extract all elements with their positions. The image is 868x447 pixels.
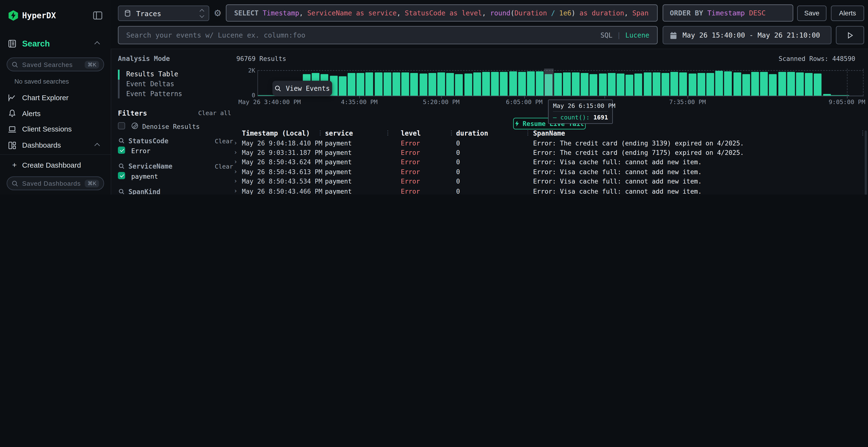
search-icon[interactable]: [118, 138, 124, 144]
source-settings-gear-icon[interactable]: ⚙: [214, 8, 222, 18]
row-expand-chevron-icon[interactable]: ›: [234, 148, 238, 156]
sidebar-item-dashboards[interactable]: Dashboards: [22, 141, 61, 149]
chart-bar[interactable]: [348, 73, 355, 95]
chart-bar[interactable]: [608, 73, 615, 95]
chart-bar[interactable]: [679, 72, 687, 95]
chart-bar[interactable]: [724, 72, 732, 95]
chart-bar[interactable]: [572, 72, 580, 95]
view-events-button[interactable]: View Events: [273, 81, 332, 96]
chart-bar[interactable]: [599, 73, 607, 95]
col-header-timestamp[interactable]: Timestamp (Local): [242, 129, 310, 137]
chart-bar[interactable]: [707, 73, 714, 95]
chart-bar[interactable]: [787, 72, 795, 96]
run-query-button[interactable]: [836, 26, 864, 44]
chart-bar[interactable]: [733, 72, 741, 95]
column-resize-handle[interactable]: ⋮: [448, 129, 455, 137]
chart-bar[interactable]: [805, 73, 813, 95]
chart-bar[interactable]: [554, 73, 562, 95]
table-row[interactable]: ›May 26 8:50:43.534 PMpaymentError0Error…: [230, 177, 865, 186]
sidebar-item-chart-explorer[interactable]: Chart Explorer: [22, 94, 68, 102]
chart-bar[interactable]: [617, 74, 624, 96]
chart-bar[interactable]: [590, 74, 597, 96]
statuscode-error-checkbox[interactable]: [118, 146, 125, 153]
statuscode-error-label[interactable]: Error: [131, 147, 150, 155]
denoise-checkbox[interactable]: [118, 122, 125, 129]
chart-bar[interactable]: [536, 71, 544, 95]
chart-bar[interactable]: [374, 72, 382, 96]
chart-bar[interactable]: [751, 72, 759, 96]
chart-bar[interactable]: [652, 72, 660, 95]
chart-bar[interactable]: [563, 72, 570, 95]
chart-bar[interactable]: [527, 72, 535, 95]
chart-bar[interactable]: [464, 74, 472, 96]
chart-bar[interactable]: [437, 73, 445, 96]
col-header-level[interactable]: level: [401, 129, 421, 137]
dashboards-collapse-chevron-icon[interactable]: [94, 143, 100, 148]
chart-bar[interactable]: [455, 74, 463, 95]
search-collapse-chevron-icon[interactable]: [94, 41, 100, 47]
time-range-picker[interactable]: May 26 15:40:00 - May 26 21:10:00: [662, 26, 831, 44]
row-expand-chevron-icon[interactable]: ›: [234, 158, 238, 166]
filter-group-spankind[interactable]: SpanKind: [128, 188, 161, 195]
search-icon[interactable]: [118, 188, 124, 195]
tab-event-deltas[interactable]: Event Deltas: [126, 80, 174, 88]
chart-bar[interactable]: [500, 72, 508, 96]
mode-lucene-toggle[interactable]: Lucene: [625, 31, 650, 39]
column-resize-handle[interactable]: ⋮: [317, 129, 323, 137]
chart-bar[interactable]: [823, 94, 831, 95]
col-header-service[interactable]: service: [325, 129, 353, 137]
sql-select-input[interactable]: SELECT Timestamp, ServiceName as service…: [226, 4, 658, 22]
saved-dashboards-input[interactable]: Saved Dashboards ⌘K: [7, 176, 104, 190]
filter-group-servicename[interactable]: ServiceName: [128, 163, 173, 170]
chart-bar[interactable]: [356, 73, 364, 95]
chart-bar[interactable]: [581, 73, 589, 95]
clear-all-link[interactable]: Clear all: [198, 110, 231, 117]
chart-bar[interactable]: [715, 71, 723, 95]
chart-bar[interactable]: [644, 72, 651, 96]
row-expand-chevron-icon[interactable]: ›: [234, 177, 238, 185]
row-expand-chevron-icon[interactable]: ›: [234, 138, 238, 146]
sidebar-item-alerts[interactable]: Alerts: [22, 110, 40, 118]
chart-bar[interactable]: [626, 75, 633, 96]
table-row[interactable]: ›May 26 8:50:43.466 PMpaymentError0Error…: [230, 186, 865, 195]
chart-bar[interactable]: [393, 72, 400, 95]
chart-bar[interactable]: [473, 72, 481, 95]
saved-searches-input[interactable]: Saved Searches ⌘K: [7, 58, 104, 71]
chart-bar[interactable]: [401, 73, 409, 95]
chart-bar[interactable]: [545, 74, 553, 95]
chart-bar[interactable]: [339, 76, 346, 95]
chart-bar[interactable]: [518, 72, 526, 96]
col-header-duration[interactable]: duration: [456, 129, 488, 137]
row-expand-chevron-icon[interactable]: ›: [234, 187, 238, 194]
column-resize-handle[interactable]: ⋮: [385, 129, 391, 137]
table-row[interactable]: ›May 26 9:04:18.410 PMpaymentError0Error…: [230, 138, 865, 148]
save-button[interactable]: Save: [797, 5, 827, 21]
create-dashboard-button[interactable]: Create Dashboard: [22, 161, 81, 169]
chart-bar[interactable]: [419, 74, 427, 96]
chart-bar[interactable]: [796, 73, 804, 95]
chart-bar[interactable]: [760, 72, 768, 95]
sidebar-collapse-icon[interactable]: [93, 11, 102, 20]
search-icon[interactable]: [118, 163, 124, 169]
chart-bar[interactable]: [778, 72, 786, 95]
column-resize-handle[interactable]: ⋮: [525, 129, 531, 137]
chart-bar[interactable]: [661, 73, 669, 95]
chart-bar[interactable]: [742, 74, 750, 96]
order-by-input[interactable]: ORDER BY Timestamp DESC: [662, 4, 793, 22]
search-input[interactable]: Search your events w/ Lucene ex. column:…: [118, 26, 658, 44]
table-row[interactable]: ›May 26 8:50:43.624 PMpaymentError0Error…: [230, 158, 865, 167]
tab-event-patterns[interactable]: Event Patterns: [126, 90, 182, 98]
filter-group-statuscode[interactable]: StatusCode: [128, 137, 168, 145]
scrollbar[interactable]: [865, 131, 867, 195]
chart-bar[interactable]: [688, 74, 696, 96]
chart-bar[interactable]: [383, 72, 391, 95]
chart-bar[interactable]: [697, 73, 705, 95]
col-header-spanname[interactable]: SpanName: [533, 129, 565, 137]
alerts-button[interactable]: Alerts: [831, 5, 864, 21]
chart-bar[interactable]: [491, 72, 499, 96]
tab-results-table[interactable]: Results Table: [126, 70, 178, 78]
chart-bar[interactable]: [429, 73, 436, 95]
table-row[interactable]: ›May 26 8:50:43.613 PMpaymentError0Error…: [230, 167, 865, 177]
mode-sql-toggle[interactable]: SQL: [600, 31, 613, 39]
chart-bar[interactable]: [509, 71, 517, 95]
